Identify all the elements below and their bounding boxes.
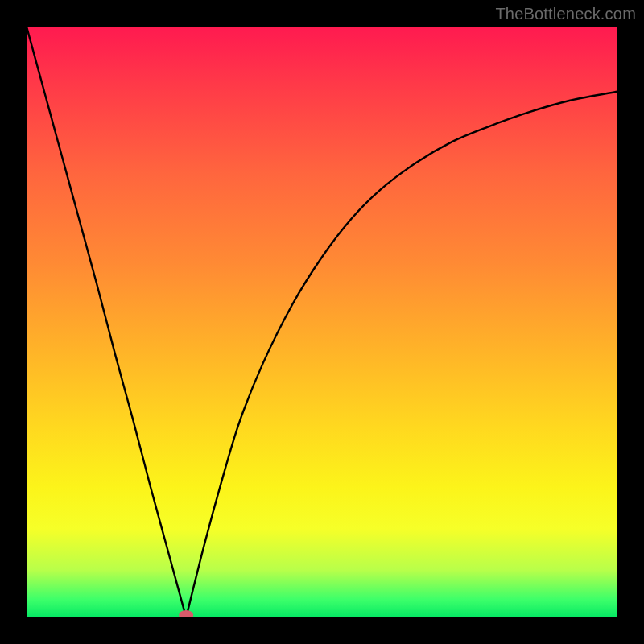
notch-marker bbox=[179, 610, 193, 617]
curve-left bbox=[27, 27, 186, 617]
chart-frame: TheBottleneck.com bbox=[0, 0, 644, 644]
watermark-text: TheBottleneck.com bbox=[495, 5, 636, 23]
bottleneck-curve bbox=[27, 27, 617, 617]
plot-area bbox=[27, 27, 617, 617]
curve-right bbox=[186, 92, 617, 617]
